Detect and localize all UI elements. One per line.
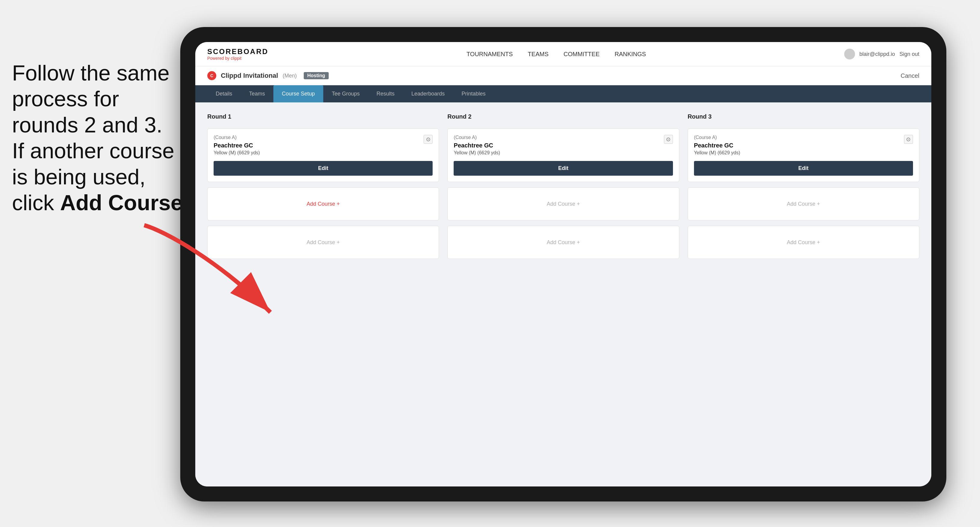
round-1-header: Round 1	[207, 113, 439, 120]
instruction-line5: is being used,	[12, 165, 145, 189]
tab-course-setup[interactable]: Course Setup	[274, 85, 323, 102]
instruction-line6-bold: Add Course.	[60, 190, 189, 215]
add-course-r2-0[interactable]: Add Course +	[447, 187, 679, 221]
scoreboard-logo: SCOREBOARD	[207, 48, 268, 56]
logo-subtitle: Powered by clippit	[207, 56, 268, 61]
tournament-badge: C	[207, 71, 216, 80]
tab-teams[interactable]: Teams	[241, 85, 274, 102]
tournament-name-area: C Clippd Invitational (Men) Hosting	[207, 71, 329, 80]
add-course-r1-1[interactable]: Add Course +	[207, 226, 439, 259]
edit-button-r3-0[interactable]: Edit	[694, 161, 913, 176]
nav-tournaments[interactable]: TOURNAMENTS	[466, 51, 513, 58]
round-2-column: Round 2 (Course A) Peachtree GC Yellow (…	[447, 113, 679, 259]
tablet-screen: SCOREBOARD Powered by clippit TOURNAMENT…	[195, 42, 931, 486]
logo-area: SCOREBOARD Powered by clippit	[207, 48, 268, 61]
user-avatar	[844, 49, 855, 59]
nav-rankings[interactable]: RANKINGS	[615, 51, 646, 58]
course-a-label-r1: (Course A)	[213, 135, 423, 140]
course-name-r2: Peachtree GC	[453, 142, 663, 149]
nav-links: TOURNAMENTS TEAMS COMMITTEE RANKINGS	[466, 51, 646, 58]
rounds-grid: Round 1 (Course A) Peachtree GC Yellow (…	[207, 113, 919, 259]
user-area: blair@clippd.io Sign out	[844, 49, 919, 59]
tab-printables[interactable]: Printables	[453, 85, 494, 102]
round-3-course-card-0: (Course A) Peachtree GC Yellow (M) (6629…	[688, 129, 919, 182]
sub-header: C Clippd Invitational (Men) Hosting Canc…	[195, 67, 931, 85]
tab-bar: Details Teams Course Setup Tee Groups Re…	[195, 85, 931, 102]
instruction-line4: If another course	[12, 139, 174, 163]
add-course-r1-0[interactable]: Add Course +	[207, 187, 439, 221]
instruction-line3: rounds 2 and 3.	[12, 113, 162, 137]
course-tee-r3: Yellow (M) (6629 yds)	[694, 150, 904, 156]
sign-out-link[interactable]: Sign out	[899, 51, 919, 57]
instruction-line6-prefix: click	[12, 190, 60, 215]
add-course-r3-0[interactable]: Add Course +	[688, 187, 919, 221]
course-tee-r2: Yellow (M) (6629 yds)	[453, 150, 663, 156]
card-action-icon-r1[interactable]: ⊙	[423, 135, 433, 144]
round-3-header: Round 3	[688, 113, 919, 120]
tab-results[interactable]: Results	[368, 85, 403, 102]
tab-details[interactable]: Details	[207, 85, 241, 102]
round-2-course-card-0: (Course A) Peachtree GC Yellow (M) (6629…	[447, 129, 679, 182]
tournament-title: Clippd Invitational	[221, 72, 278, 79]
round-3-column: Round 3 (Course A) Peachtree GC Yellow (…	[688, 113, 919, 259]
add-course-label-r1-1: Add Course +	[306, 239, 340, 246]
edit-button-r1-0[interactable]: Edit	[213, 161, 433, 176]
tablet-frame: SCOREBOARD Powered by clippit TOURNAMENT…	[180, 27, 947, 502]
instruction-line1: Follow the same	[12, 61, 169, 85]
add-course-label-r2-0: Add Course +	[547, 201, 580, 207]
course-name-r3: Peachtree GC	[694, 142, 904, 149]
add-course-r3-1[interactable]: Add Course +	[688, 226, 919, 259]
tournament-sub: (Men)	[283, 73, 297, 79]
course-name-r1: Peachtree GC	[213, 142, 423, 149]
course-card-header-r3: (Course A) Peachtree GC Yellow (M) (6629…	[694, 135, 913, 161]
add-course-label-r3-1: Add Course +	[787, 239, 820, 246]
course-info-r2: (Course A) Peachtree GC Yellow (M) (6629…	[453, 135, 663, 161]
add-course-label-r3-0: Add Course +	[787, 201, 820, 207]
course-a-label-r3: (Course A)	[694, 135, 904, 140]
course-info-r3: (Course A) Peachtree GC Yellow (M) (6629…	[694, 135, 904, 161]
card-action-icon-r2[interactable]: ⊙	[664, 135, 673, 144]
course-card-header-r2: (Course A) Peachtree GC Yellow (M) (6629…	[453, 135, 673, 161]
round-1-column: Round 1 (Course A) Peachtree GC Yellow (…	[207, 113, 439, 259]
tab-leaderboards[interactable]: Leaderboards	[403, 85, 453, 102]
course-card-header: (Course A) Peachtree GC Yellow (M) (6629…	[213, 135, 433, 161]
add-course-r2-1[interactable]: Add Course +	[447, 226, 679, 259]
add-course-label-r2-1: Add Course +	[547, 239, 580, 246]
edit-button-r2-0[interactable]: Edit	[453, 161, 673, 176]
tab-tee-groups[interactable]: Tee Groups	[323, 85, 368, 102]
user-email: blair@clippd.io	[859, 51, 895, 57]
add-course-label-r1-0: Add Course +	[306, 201, 340, 207]
hosting-badge: Hosting	[304, 72, 329, 79]
round-1-course-card-0: (Course A) Peachtree GC Yellow (M) (6629…	[207, 129, 439, 182]
cancel-button[interactable]: Cancel	[901, 72, 919, 79]
course-a-label-r2: (Course A)	[453, 135, 663, 140]
round-2-header: Round 2	[447, 113, 679, 120]
main-content: Round 1 (Course A) Peachtree GC Yellow (…	[195, 102, 931, 486]
top-nav: SCOREBOARD Powered by clippit TOURNAMENT…	[195, 42, 931, 67]
course-tee-r1: Yellow (M) (6629 yds)	[213, 150, 423, 156]
card-action-icon-r3[interactable]: ⊙	[904, 135, 913, 144]
course-info: (Course A) Peachtree GC Yellow (M) (6629…	[213, 135, 423, 161]
instruction-line2: process for	[12, 87, 119, 111]
nav-committee[interactable]: COMMITTEE	[563, 51, 600, 58]
nav-teams[interactable]: TEAMS	[528, 51, 549, 58]
